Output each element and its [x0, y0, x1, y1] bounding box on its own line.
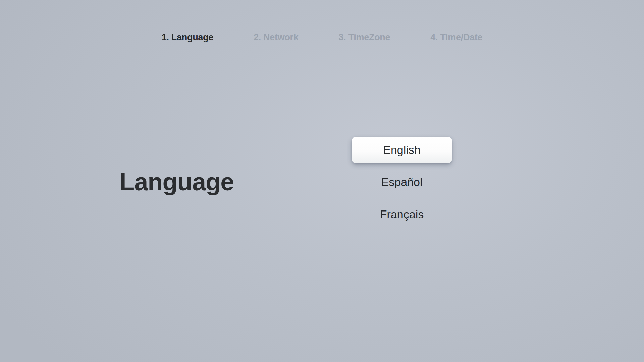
- language-option-espanol[interactable]: Español: [352, 169, 452, 195]
- setup-wizard-screen: 1. Language 2. Network 3. TimeZone 4. Ti…: [0, 0, 644, 362]
- step-1-language: 1. Language: [162, 32, 213, 43]
- page-title: Language: [119, 170, 234, 194]
- step-4-time-date: 4. Time/Date: [430, 32, 482, 43]
- step-3-timezone: 3. TimeZone: [339, 32, 390, 43]
- setup-progress-stepper: 1. Language 2. Network 3. TimeZone 4. Ti…: [0, 32, 644, 43]
- language-option-list: English Español Français: [352, 137, 452, 233]
- language-option-francais[interactable]: Français: [352, 201, 452, 228]
- language-option-english[interactable]: English: [352, 137, 452, 163]
- step-2-network: 2. Network: [254, 32, 299, 43]
